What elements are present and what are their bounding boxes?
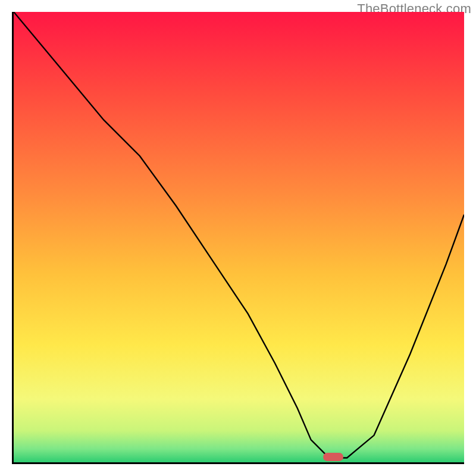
- plot-area: [12, 12, 464, 464]
- chart-canvas: TheBottleneck.com: [0, 0, 476, 476]
- optimal-marker: [323, 453, 343, 461]
- curve-svg: [14, 12, 464, 462]
- bottleneck-curve-path: [14, 12, 464, 458]
